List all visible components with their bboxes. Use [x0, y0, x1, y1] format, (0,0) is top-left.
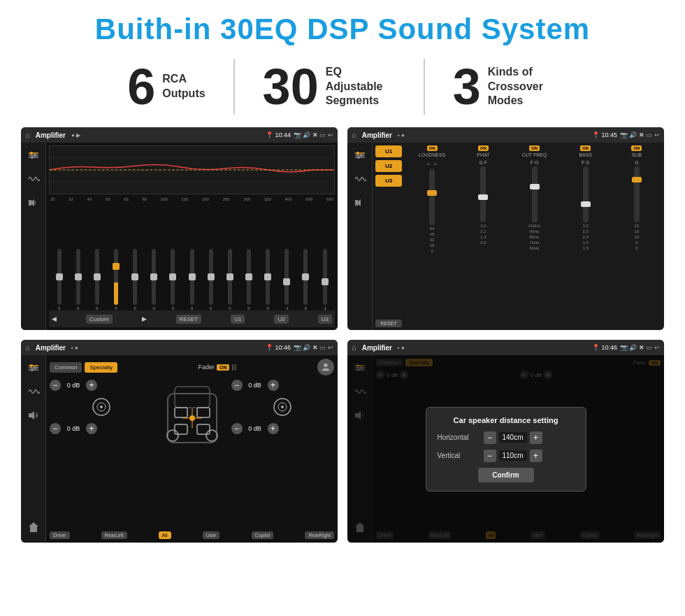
- eq-slider-2[interactable]: 0: [88, 249, 106, 310]
- sub-on[interactable]: ON: [631, 145, 642, 151]
- preset-u1-btn[interactable]: U1: [375, 145, 402, 157]
- crossover-presets: U1 U2 U3 RESET: [375, 145, 402, 327]
- eq-reset-btn[interactable]: RESET: [176, 315, 202, 324]
- stat-eq-number: 30: [263, 62, 319, 112]
- db-minus-br[interactable]: −: [231, 423, 243, 434]
- bass-label: BASS: [579, 152, 592, 157]
- db-plus-tl[interactable]: +: [86, 380, 97, 391]
- db-value-br: 0 dB: [245, 425, 265, 432]
- rearright-btn[interactable]: RearRight: [305, 531, 334, 539]
- eq-slider-0[interactable]: 0: [50, 249, 68, 310]
- fader-icons: 📷 🔊 ✖ ▭ ↩: [294, 344, 333, 351]
- rearleft-btn[interactable]: RearLeft: [101, 531, 127, 539]
- fader-app-name: Amplifier: [36, 344, 66, 352]
- home-icon-3[interactable]: ⌂: [25, 343, 30, 352]
- eq-prev-btn[interactable]: ◀: [52, 315, 57, 322]
- crossover-volume-icon[interactable]: [352, 196, 368, 210]
- crossover-content: U1 U2 U3 RESET ON LOUDNESS ～ ～: [347, 143, 664, 330]
- common-mode-btn[interactable]: Common: [50, 362, 82, 373]
- svg-point-16: [357, 156, 360, 159]
- eq-preset-custom[interactable]: Custom: [86, 315, 113, 324]
- db-plus-tr[interactable]: +: [268, 380, 279, 391]
- eq-slider-14[interactable]: -1: [316, 249, 333, 310]
- cutfreq-on[interactable]: ON: [529, 145, 540, 151]
- copilot-btn[interactable]: Copilot: [252, 531, 274, 539]
- home-icon-2[interactable]: ⌂: [352, 131, 356, 139]
- vertical-plus-btn[interactable]: +: [530, 450, 542, 462]
- eq-app-name: Amplifier: [36, 131, 66, 139]
- fader-indicators: ▪ ●: [71, 345, 78, 351]
- eq-time: 📍 10:44: [266, 131, 291, 138]
- eq-slider-12[interactable]: -1: [278, 249, 296, 310]
- all-btn[interactable]: All: [159, 531, 171, 539]
- vertical-row: Vertical − 110cm +: [438, 450, 575, 462]
- fader-wave-icon[interactable]: [25, 385, 42, 399]
- fader-db-top-left: − 0 dB +: [50, 380, 153, 391]
- fader-on-badge[interactable]: ON: [217, 364, 230, 371]
- driver-btn[interactable]: Driver: [50, 531, 70, 539]
- eq-u1-btn[interactable]: U1: [231, 315, 245, 324]
- eq-slider-7[interactable]: 0: [183, 249, 201, 310]
- horizontal-minus-btn[interactable]: −: [484, 431, 496, 444]
- home-icon-4[interactable]: ⌂: [352, 343, 356, 352]
- fader-speaker-icon[interactable]: [25, 408, 42, 422]
- eq-slider-5[interactable]: 0: [145, 249, 163, 310]
- eq-slider-3[interactable]: 5: [107, 249, 124, 310]
- eq-wave-icon[interactable]: [25, 172, 42, 186]
- db-minus-bl[interactable]: −: [50, 423, 61, 434]
- preset-u2-btn[interactable]: U2: [375, 160, 402, 172]
- db-plus-br[interactable]: +: [268, 423, 279, 434]
- eq-next-btn[interactable]: ▶: [142, 315, 147, 322]
- loudness-slider[interactable]: [429, 169, 435, 225]
- stat-crossover-number: 3: [453, 62, 481, 112]
- vertical-minus-btn[interactable]: −: [484, 450, 496, 462]
- eq-slider-10[interactable]: 0: [240, 249, 257, 310]
- eq-u3-btn[interactable]: U3: [318, 315, 332, 324]
- user-btn[interactable]: User: [203, 531, 220, 539]
- svg-rect-6: [29, 200, 31, 206]
- crossover-filter-icon[interactable]: [352, 148, 368, 162]
- horizontal-plus-btn[interactable]: +: [530, 431, 542, 444]
- db-plus-bl[interactable]: +: [86, 423, 97, 434]
- fader-db-bottom-left: − 0 dB +: [50, 423, 153, 434]
- bass-on[interactable]: ON: [580, 145, 591, 151]
- eq-slider-9[interactable]: 0: [221, 249, 238, 310]
- eq-slider-6[interactable]: 0: [164, 249, 182, 310]
- eq-volume-icon[interactable]: [25, 196, 42, 210]
- cutfreq-slider[interactable]: [532, 166, 538, 222]
- fader-expand-icon[interactable]: [25, 520, 42, 534]
- eq-slider-11[interactable]: 0: [259, 249, 277, 310]
- home-icon[interactable]: ⌂: [25, 131, 30, 139]
- sub-slider[interactable]: [634, 166, 640, 222]
- fader-filter-icon[interactable]: [25, 361, 42, 375]
- crossover-reset-btn[interactable]: RESET: [375, 320, 402, 327]
- crossover-wave-icon[interactable]: [352, 172, 368, 186]
- eq-slider-8[interactable]: 0: [202, 249, 219, 310]
- eq-slider-4[interactable]: 0: [127, 249, 144, 310]
- stat-rca-number: 6: [127, 62, 155, 112]
- eq-u2-btn[interactable]: U2: [274, 315, 288, 324]
- db-minus-tl[interactable]: −: [50, 380, 61, 391]
- svg-point-27: [100, 406, 103, 408]
- bass-slider[interactable]: [583, 166, 589, 222]
- loudness-on[interactable]: ON: [427, 145, 438, 151]
- screens-grid: ⌂ Amplifier ● ▶ 📍 10:44 📷 🔊 ✖ ▭ ↩: [21, 127, 664, 543]
- svg-point-19: [30, 364, 33, 367]
- ch-bass: ON BASS F G 3.02.52.01.51.0: [561, 145, 610, 327]
- eq-slider-13[interactable]: 0: [297, 249, 315, 310]
- crossover-sidebar: [347, 143, 373, 330]
- phat-slider[interactable]: [480, 166, 486, 222]
- fader-user-icon[interactable]: [317, 359, 334, 375]
- stat-rca: 6 RCA Outputs: [99, 62, 233, 112]
- horizontal-row: Horizontal − 140cm +: [438, 431, 575, 444]
- confirm-button[interactable]: Confirm: [478, 468, 534, 482]
- preset-u3-btn[interactable]: U3: [375, 175, 402, 187]
- dialog-indicators: ▪ ●: [398, 345, 405, 351]
- fader-screen: ⌂ Amplifier ▪ ● 📍 10:46 📷 🔊 ✖ ▭ ↩: [21, 340, 338, 543]
- eq-filter-icon[interactable]: [25, 148, 42, 162]
- ch-loudness: ON LOUDNESS ～ ～ 644832160: [408, 145, 456, 327]
- db-minus-tr[interactable]: −: [231, 380, 243, 391]
- specialty-mode-btn[interactable]: Specialty: [85, 362, 117, 373]
- eq-slider-1[interactable]: 0: [69, 249, 87, 310]
- phat-on[interactable]: ON: [478, 145, 489, 151]
